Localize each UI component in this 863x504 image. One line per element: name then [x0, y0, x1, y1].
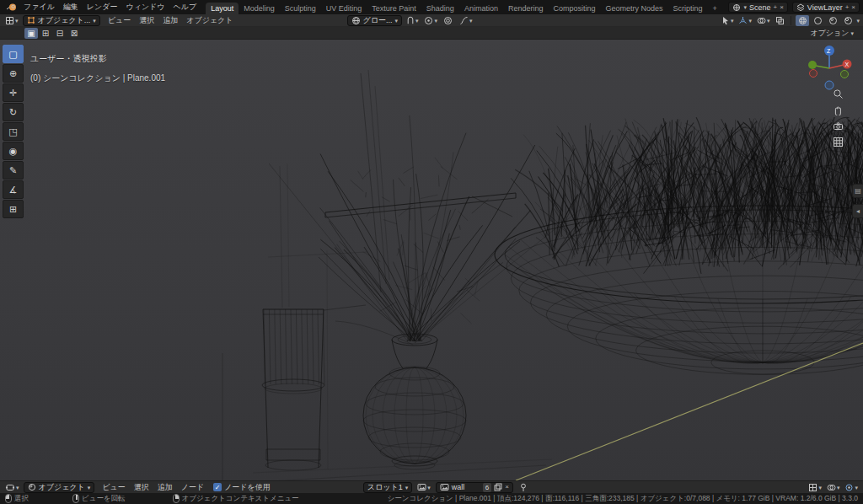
menu-view[interactable]: ビュー	[104, 14, 135, 27]
shading-solid-button[interactable]	[811, 15, 824, 26]
tab-modeling[interactable]: Modeling	[239, 3, 280, 14]
menu-help[interactable]: ヘルプ	[169, 1, 201, 13]
mode-dropdown[interactable]: オブジェクト... ▾	[23, 15, 100, 26]
viewport-3d[interactable]: ユーザー・透視投影 (0) シーンコレクション | Plane.001 ▢ ⊕ …	[0, 40, 863, 480]
editor-type-button[interactable]: ▾	[3, 15, 20, 26]
new-scene-icon[interactable]: +	[773, 4, 777, 11]
options-dropdown[interactable]: オプション ▾	[810, 28, 854, 39]
select-mode-subtract-button[interactable]: ⊟	[53, 28, 67, 39]
tool-select-box[interactable]: ▢	[3, 45, 24, 63]
menu-select[interactable]: 選択	[135, 14, 158, 27]
tool-scale[interactable]: ◳	[3, 122, 24, 141]
remove-viewlayer-icon[interactable]: ×	[851, 4, 855, 11]
pan-view-button[interactable]	[831, 103, 844, 116]
slot-dropdown[interactable]: スロット1 ▾	[363, 482, 412, 493]
pivot-point-button[interactable]: ▾	[422, 15, 439, 26]
shading-rendered-button[interactable]	[841, 15, 855, 26]
pin-button[interactable]	[517, 482, 530, 493]
camera-view-button[interactable]	[831, 119, 844, 132]
tab-shading[interactable]: Shading	[421, 3, 459, 14]
orientation-dropdown[interactable]: グロー... ▾	[347, 15, 402, 26]
menu-select-bottom[interactable]: 選択	[130, 481, 153, 494]
image-datablock-field[interactable]: wall 6 ×	[436, 482, 513, 493]
snap-toggle-button[interactable]: ▾	[405, 15, 421, 26]
tool-move[interactable]: ✛	[3, 83, 24, 102]
menu-edit[interactable]: 編集	[59, 1, 83, 13]
chevron-down-icon[interactable]: ▾	[856, 18, 860, 24]
show-gizmo-button[interactable]: ▾	[737, 15, 753, 26]
unlink-image-icon[interactable]: ×	[505, 484, 509, 491]
menu-view-bottom[interactable]: ビュー	[98, 481, 129, 494]
show-overlays-button[interactable]: ▾	[755, 15, 772, 26]
topbar: ファイル 編集 レンダー ウィンドウ ヘルプ Layout Modeling S…	[0, 0, 863, 14]
view-axis-gizmo[interactable]: Z X	[804, 43, 855, 94]
viewlayer-selector[interactable]: ViewLayer + ×	[792, 2, 860, 13]
tab-scripting[interactable]: Scripting	[668, 3, 708, 14]
node-preview-button[interactable]: ▾	[843, 482, 860, 493]
axis-x-minus[interactable]	[810, 70, 817, 78]
use-nodes-checkbox[interactable]: ✓	[213, 483, 222, 491]
axis-y-plus[interactable]	[808, 61, 817, 69]
proportional-falloff-button[interactable]: ▾	[458, 15, 474, 26]
add-workspace-button[interactable]: +	[708, 3, 722, 14]
overlay-toggle-button[interactable]: ▾	[825, 482, 842, 493]
tool-transform[interactable]: ◉	[3, 142, 24, 160]
overlays-icon	[757, 16, 766, 25]
chevron-down-icon: ▾	[837, 485, 840, 491]
shading-material-button[interactable]	[826, 15, 839, 26]
toggle-xray-button[interactable]	[773, 15, 786, 26]
tab-layout[interactable]: Layout	[206, 3, 239, 14]
snap-node-button[interactable]: ▾	[807, 482, 823, 493]
toggle-orthographic-button[interactable]	[831, 135, 844, 148]
select-mode-difference-button[interactable]: ⊠	[67, 28, 81, 39]
tab-geometry-nodes[interactable]: Geometry Nodes	[600, 3, 667, 14]
pin-icon	[519, 483, 528, 492]
tab-uv-editing[interactable]: UV Editing	[321, 3, 367, 14]
menu-add-bottom[interactable]: 追加	[153, 481, 177, 494]
hand-icon	[833, 105, 844, 115]
tool-cursor[interactable]: ⊕	[3, 64, 24, 83]
tool-annotate[interactable]: ✎	[3, 161, 24, 180]
shading-wireframe-button[interactable]	[796, 15, 809, 26]
chevron-down-icon: ▾	[731, 18, 734, 24]
tab-texture-paint[interactable]: Texture Paint	[367, 3, 421, 14]
object-visibility-button[interactable]: ▾	[720, 15, 736, 26]
menu-render[interactable]: レンダー	[83, 1, 122, 13]
editor-type-button-bottom[interactable]: ▾	[3, 482, 21, 493]
tool-rotate[interactable]: ↻	[3, 103, 24, 121]
menu-add[interactable]: 追加	[158, 14, 182, 27]
chevron-down-icon: ▾	[748, 18, 752, 24]
tab-compositing[interactable]: Compositing	[548, 3, 600, 14]
menu-node-bottom[interactable]: ノード	[177, 481, 208, 494]
duplicate-image-icon[interactable]	[494, 483, 502, 491]
select-mode-new-button[interactable]: ▣	[24, 28, 38, 39]
menu-window[interactable]: ウィンドウ	[121, 1, 169, 13]
proportional-edit-button[interactable]	[442, 15, 455, 26]
tool-add-cube[interactable]: ⊞	[3, 200, 24, 218]
chevron-down-icon: ▾	[434, 18, 437, 24]
new-viewlayer-icon[interactable]: +	[845, 4, 850, 11]
tab-animation[interactable]: Animation	[459, 3, 503, 14]
browse-image-button[interactable]: ▾	[415, 482, 432, 493]
sidebar-toggle-arrow[interactable]: ◂	[852, 204, 863, 218]
sidebar-panel-tab[interactable]: ▤	[852, 184, 863, 198]
axis-y-minus[interactable]	[841, 71, 849, 78]
zoom-view-button[interactable]	[831, 87, 844, 100]
tab-sculpting[interactable]: Sculpting	[280, 3, 321, 14]
shader-type-dropdown[interactable]: オブジェクト ▾	[24, 482, 95, 493]
browse-scene-icon	[732, 3, 741, 12]
scene-selector[interactable]: ▾ Scene + ×	[728, 2, 787, 13]
unlink-scene-icon[interactable]: ×	[780, 4, 784, 11]
chevron-down-icon: ▾	[88, 485, 91, 491]
tab-rendering[interactable]: Rendering	[503, 3, 549, 14]
tool-measure[interactable]: ∡	[3, 180, 24, 199]
xray-icon	[775, 16, 785, 25]
image-users-count[interactable]: 6	[483, 483, 491, 492]
viewport-canvas[interactable]	[0, 40, 863, 480]
select-mode-extend-button[interactable]: ⊞	[39, 28, 52, 39]
falloff-curve-icon	[459, 16, 469, 25]
blender-logo-icon[interactable]	[6, 2, 17, 13]
menu-object[interactable]: オブジェクト	[182, 14, 237, 27]
menu-file[interactable]: ファイル	[19, 1, 59, 13]
hint-rotate-view: ビューを回転	[72, 494, 126, 504]
